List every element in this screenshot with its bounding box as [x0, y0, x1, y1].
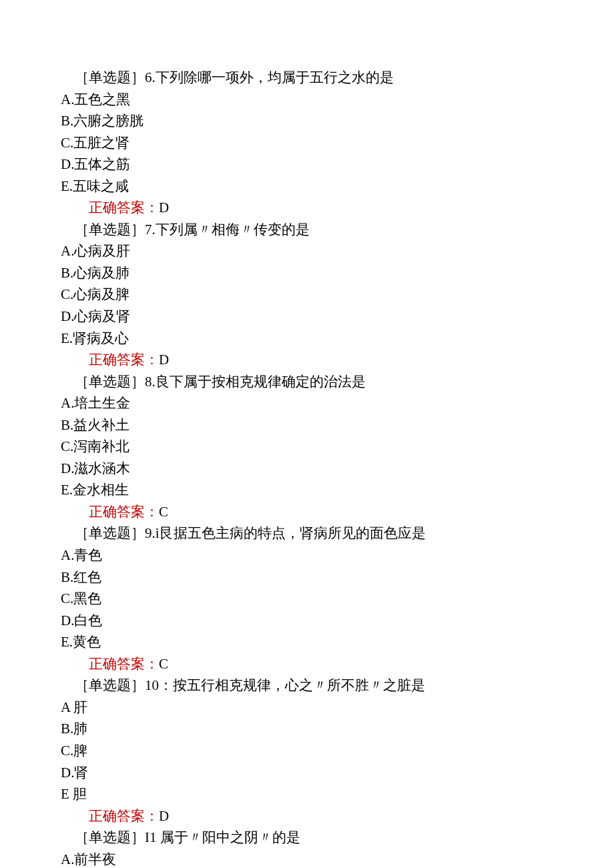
question-text: 按五行相克规律，心之〃所不胜〃之脏是	[173, 677, 425, 693]
question-text: 良下属于按相克规律确定的治法是	[156, 374, 366, 390]
option: B.红色	[47, 566, 567, 588]
answer-value: D	[159, 199, 169, 215]
question-prefix: ［单选题］10：	[75, 677, 173, 693]
option: D.白色	[47, 610, 567, 632]
option: A.前半夜	[47, 849, 567, 868]
answer-line: 正确答案：C	[47, 501, 567, 523]
option: D.肾	[47, 762, 567, 784]
option: D.滋水涵木	[47, 458, 567, 480]
answer-label: 正确答案：	[89, 199, 159, 215]
option: B.肺	[47, 718, 567, 740]
option: C.五脏之肾	[47, 132, 567, 154]
option: A.五色之黑	[47, 89, 567, 111]
option: B.六腑之膀胱	[47, 110, 567, 132]
question-text: 属于〃阳中之阴〃的是	[157, 829, 300, 845]
answer-label: 正确答案：	[89, 656, 159, 672]
answer-label: 正确答案：	[89, 504, 159, 520]
question-prefix: ［单选题］8.	[75, 374, 156, 390]
option: A 肝	[47, 697, 567, 719]
option: E.肾病及心	[47, 328, 567, 350]
answer-label: 正确答案：	[89, 352, 159, 368]
option: A.心病及肝	[47, 240, 567, 262]
option: C.黑色	[47, 588, 567, 610]
option: D.心病及肾	[47, 306, 567, 328]
option: A.青色	[47, 544, 567, 566]
option: C.泻南补北	[47, 436, 567, 458]
answer-line: 正确答案：D	[47, 805, 567, 827]
question-stem: ［单选题］10：按五行相克规律，心之〃所不胜〃之脏是	[47, 675, 567, 697]
question-stem: ［单选题］8.良下属于按相克规律确定的治法是	[47, 371, 567, 393]
option: E.金水相生	[47, 479, 567, 501]
question-stem: ［单选题］9.i艮据五色主病的特点，肾病所见的面色应是	[47, 522, 567, 544]
answer-value: C	[159, 656, 168, 672]
option: C.心病及脾	[47, 284, 567, 306]
option: E.黄色	[47, 631, 567, 653]
option: C.脾	[47, 740, 567, 762]
option: E.五味之咸	[47, 175, 567, 197]
answer-value: C	[159, 504, 168, 520]
answer-label: 正确答案：	[89, 808, 159, 824]
question-stem: ［单选题］6.下列除哪一项外，均属于五行之水的是	[47, 67, 567, 89]
answer-value: D	[159, 352, 169, 368]
question-stem: ［单选题］7.下列属〃相侮〃传变的是	[47, 219, 567, 241]
question-prefix: ［单选题］I1	[75, 829, 157, 845]
answer-line: 正确答案：C	[47, 653, 567, 675]
question-stem: ［单选题］I1 属于〃阳中之阴〃的是	[47, 827, 567, 849]
answer-line: 正确答案：D	[47, 349, 567, 371]
option: B.心病及肺	[47, 262, 567, 284]
question-text: i艮据五色主病的特点，肾病所见的面色应是	[156, 525, 426, 541]
answer-value: D	[159, 808, 169, 824]
question-text: 下列属〃相侮〃传变的是	[156, 222, 310, 238]
option: E 胆	[47, 783, 567, 805]
option: D.五体之筋	[47, 153, 567, 175]
question-prefix: ［单选题］9.	[75, 525, 156, 541]
option: A.培土生金	[47, 392, 567, 414]
question-prefix: ［单选题］6.	[75, 69, 156, 85]
option: B.益火补土	[47, 414, 567, 436]
question-text: 下列除哪一项外，均属于五行之水的是	[156, 69, 394, 85]
answer-line: 正确答案：D	[47, 197, 567, 219]
question-prefix: ［单选题］7.	[75, 222, 156, 238]
